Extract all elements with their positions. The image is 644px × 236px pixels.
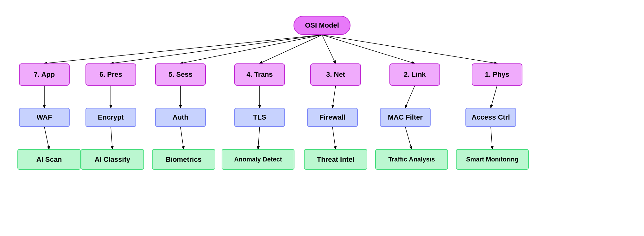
layer-node-pres: 6. Pres	[85, 63, 136, 86]
layer-node-phys: 1. Phys	[472, 63, 522, 86]
svg-line-0	[44, 35, 322, 63]
ai-node-link: Traffic Analysis	[375, 149, 448, 170]
svg-line-14	[332, 127, 336, 149]
svg-line-9	[260, 35, 322, 63]
layer-node-sess: 5. Sess	[155, 63, 206, 86]
svg-line-6	[180, 35, 322, 63]
svg-line-17	[405, 127, 412, 149]
svg-line-15	[322, 35, 415, 63]
svg-line-19	[491, 86, 497, 108]
security-node-app: WAF	[19, 108, 70, 127]
svg-line-18	[322, 35, 497, 63]
svg-line-8	[180, 127, 184, 149]
ai-node-trans: Anomaly Detect	[222, 149, 294, 170]
security-node-net: Firewall	[307, 108, 358, 127]
layer-node-link: 2. Link	[389, 63, 440, 86]
svg-line-11	[258, 127, 260, 149]
diagram-container: OSI Model 7. AppWAFAI Scan6. PresEncrypt…	[0, 0, 644, 236]
security-node-phys: Access Ctrl	[465, 108, 516, 127]
layer-node-app: 7. App	[19, 63, 70, 86]
security-node-sess: Auth	[155, 108, 206, 127]
svg-line-5	[111, 127, 112, 149]
svg-line-3	[111, 35, 322, 63]
security-node-link: MAC Filter	[380, 108, 431, 127]
layer-node-trans: 4. Trans	[234, 63, 285, 86]
ai-node-phys: Smart Monitoring	[456, 149, 529, 170]
root-node: OSI Model	[294, 16, 350, 35]
svg-line-16	[405, 86, 415, 108]
ai-node-app: AI Scan	[17, 149, 81, 170]
root-label: OSI Model	[305, 21, 339, 30]
security-node-pres: Encrypt	[85, 108, 136, 127]
ai-node-net: Threat Intel	[304, 149, 367, 170]
ai-node-sess: Biometrics	[152, 149, 215, 170]
svg-line-2	[44, 127, 49, 149]
security-node-trans: TLS	[234, 108, 285, 127]
svg-line-13	[332, 86, 336, 108]
svg-line-20	[491, 127, 492, 149]
svg-line-12	[322, 35, 336, 63]
ai-node-pres: AI Classify	[81, 149, 144, 170]
layer-node-net: 3. Net	[310, 63, 361, 86]
